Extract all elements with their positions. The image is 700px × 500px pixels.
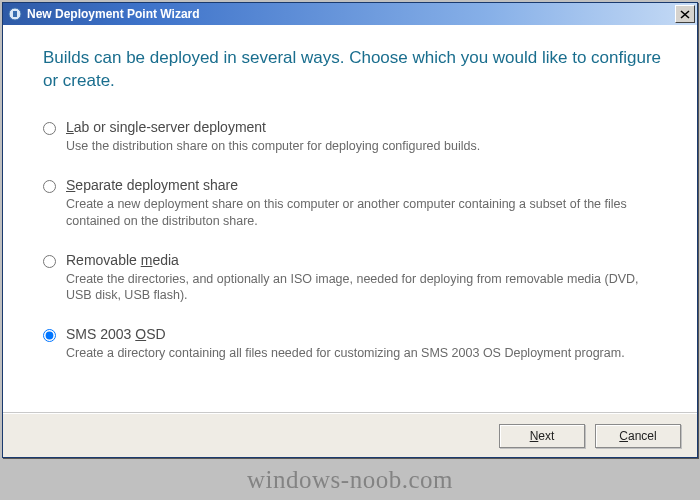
button-row: Next Cancel [3,413,697,457]
content-panel: Builds can be deployed in several ways. … [3,25,697,413]
option-desc: Create a new deployment share on this co… [66,196,665,230]
app-icon [7,6,23,22]
option-sms-osd[interactable]: SMS 2003 OSD Create a directory containi… [43,326,665,362]
next-button[interactable]: Next [499,424,585,448]
window-title: New Deployment Point Wizard [27,7,675,21]
option-label: Lab or single-server deployment [66,119,665,135]
option-label: Removable media [66,252,665,268]
option-separate[interactable]: Separate deployment share Create a new d… [43,177,665,230]
radio-separate[interactable] [43,180,56,193]
option-desc: Use the distribution share on this compu… [66,138,665,155]
option-label: Separate deployment share [66,177,665,193]
svg-rect-1 [13,11,17,17]
titlebar: New Deployment Point Wizard [3,3,697,25]
close-button[interactable] [675,5,695,23]
cancel-button[interactable]: Cancel [595,424,681,448]
watermark: windows-noob.com [247,466,453,494]
page-heading: Builds can be deployed in several ways. … [43,47,665,93]
option-lab[interactable]: Lab or single-server deployment Use the … [43,119,665,155]
radio-removable[interactable] [43,255,56,268]
options-group: Lab or single-server deployment Use the … [43,119,665,362]
client-area: Builds can be deployed in several ways. … [3,25,697,457]
radio-lab[interactable] [43,122,56,135]
wizard-window: New Deployment Point Wizard Builds can b… [2,2,698,458]
radio-sms-osd[interactable] [43,329,56,342]
option-desc: Create the directories, and optionally a… [66,271,665,305]
option-removable[interactable]: Removable media Create the directories, … [43,252,665,305]
option-label: SMS 2003 OSD [66,326,665,342]
close-icon [680,10,690,19]
option-desc: Create a directory containing all files … [66,345,665,362]
